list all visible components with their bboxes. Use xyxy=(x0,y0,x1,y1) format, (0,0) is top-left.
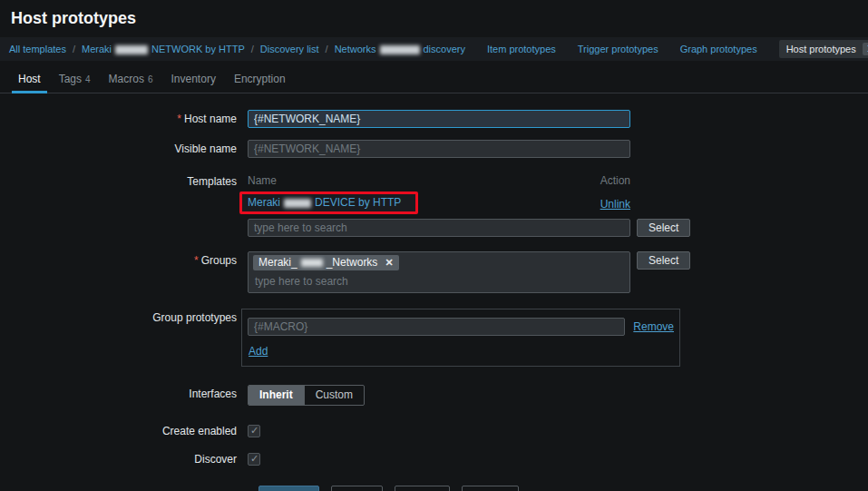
groups-field: Meraki__Networks✕ type here to search Se… xyxy=(248,251,868,293)
discover-field xyxy=(248,450,868,466)
host-prototypes-page: Host prototypes All templates / MerakiNE… xyxy=(0,0,868,491)
group-prototype-row: Remove xyxy=(248,318,674,336)
templates-action-header: Action xyxy=(600,174,630,187)
row-visible-name: Visible name xyxy=(0,140,868,158)
interfaces-segmented-control: Inherit Custom xyxy=(248,385,365,406)
host-prototype-form: *Host name Visible name Templates Name A… xyxy=(0,93,868,491)
templates-select-button[interactable]: Select xyxy=(637,219,690,237)
tab-macros-count: 6 xyxy=(148,74,153,84)
breadcrumb-rule-prefix: Networks xyxy=(335,44,376,54)
group-prototypes-field: Remove Add xyxy=(248,309,868,367)
update-button[interactable]: Update xyxy=(258,486,319,491)
tab-host[interactable]: Host xyxy=(9,68,50,93)
tab-tags-label: Tags xyxy=(59,73,82,85)
nav-host-prototypes-current[interactable]: Host prototypes 1 xyxy=(779,40,868,58)
page-header: Host prototypes xyxy=(0,0,868,34)
breadcrumb-template-prefix: Meraki xyxy=(82,44,112,54)
required-asterisk: * xyxy=(177,113,181,125)
cancel-button[interactable]: Cancel xyxy=(462,486,519,491)
breadcrumb-separator: / xyxy=(73,44,75,54)
row-host-name: *Host name xyxy=(0,110,868,128)
page-title: Host prototypes xyxy=(11,9,857,28)
templates-name-header: Name xyxy=(248,174,277,187)
row-interfaces: Interfaces Inherit Custom xyxy=(0,385,868,406)
unlink-template-link[interactable]: Unlink xyxy=(600,198,630,211)
row-discover: Discover xyxy=(0,450,868,466)
group-chip-suffix: _Networks xyxy=(327,256,378,270)
linked-template-suffix: DEVICE by HTTP xyxy=(315,196,401,209)
add-group-prototype-row: Add xyxy=(248,345,674,358)
discover-label: Discover xyxy=(0,450,248,466)
form-tabs: Host Tags4 Macros6 Inventory Encryption xyxy=(0,69,868,93)
host-name-input[interactable] xyxy=(248,110,630,128)
group-prototypes-label: Group prototypes xyxy=(0,309,248,324)
tab-inventory[interactable]: Inventory xyxy=(162,68,225,93)
create-enabled-checkbox[interactable] xyxy=(248,425,260,437)
interfaces-custom-button[interactable]: Custom xyxy=(304,386,364,405)
host-name-label: *Host name xyxy=(0,110,248,125)
form-footer: Update Clone Delete Cancel xyxy=(258,486,868,491)
groups-multiselect-row: Meraki__Networks✕ type here to search Se… xyxy=(248,251,868,293)
row-create-enabled: Create enabled xyxy=(0,422,868,437)
linked-templates-table: Name Action MerakiDEVICE by HTTP Unlink xyxy=(248,172,630,211)
nav-graph-prototypes[interactable]: Graph prototypes xyxy=(680,44,757,54)
linked-template-prefix: Meraki xyxy=(248,196,280,209)
linked-template-row: MerakiDEVICE by HTTP Unlink xyxy=(248,197,630,211)
visible-name-input[interactable] xyxy=(248,140,630,158)
groups-label: *Groups xyxy=(0,251,248,267)
templates-field: Name Action MerakiDEVICE by HTTP Unlink … xyxy=(248,172,868,237)
breadcrumb-discovery-rule[interactable]: Networksdiscovery xyxy=(335,44,465,54)
redacted-block xyxy=(115,45,148,54)
breadcrumb-all-templates[interactable]: All templates xyxy=(9,44,66,54)
visible-name-label: Visible name xyxy=(0,140,248,155)
nav-host-prototypes-label: Host prototypes xyxy=(786,44,856,54)
remove-group-prototype-link[interactable]: Remove xyxy=(633,320,674,333)
tab-tags-count: 4 xyxy=(85,74,91,84)
redacted-block xyxy=(284,199,311,208)
groups-multiselect[interactable]: Meraki__Networks✕ type here to search xyxy=(248,251,630,293)
nav-trigger-prototypes[interactable]: Trigger prototypes xyxy=(578,44,658,54)
breadcrumb-rule-suffix: discovery xyxy=(424,44,465,54)
row-group-prototypes: Group prototypes Remove Add xyxy=(0,309,868,367)
delete-button[interactable]: Delete xyxy=(395,486,450,491)
interfaces-inherit-button[interactable]: Inherit xyxy=(249,386,304,405)
breadcrumb-template-suffix: NETWORK by HTTP xyxy=(151,44,245,54)
breadcrumb-separator: / xyxy=(251,44,254,54)
linked-template-link[interactable]: MerakiDEVICE by HTTP xyxy=(248,196,401,209)
row-templates: Templates Name Action MerakiDEVICE by HT… xyxy=(0,172,868,237)
red-annotation-box: MerakiDEVICE by HTTP xyxy=(239,191,418,214)
group-chip-prefix: Meraki_ xyxy=(258,256,297,270)
breadcrumb: All templates / MerakiNETWORK by HTTP / … xyxy=(0,37,868,61)
tab-encryption[interactable]: Encryption xyxy=(225,68,295,93)
create-enabled-field xyxy=(248,422,868,437)
redacted-block xyxy=(380,45,420,54)
templates-search-row: Select xyxy=(248,219,868,237)
groups-select-button[interactable]: Select xyxy=(637,251,690,270)
host-prototypes-count-badge: 1 xyxy=(863,43,868,55)
breadcrumb-discovery-list[interactable]: Discovery list xyxy=(260,44,319,54)
group-prototypes-box: Remove Add xyxy=(241,309,680,367)
interfaces-field: Inherit Custom xyxy=(248,385,868,406)
tab-macros[interactable]: Macros6 xyxy=(100,68,162,93)
host-name-label-text: Host name xyxy=(184,113,237,125)
breadcrumb-template-link[interactable]: MerakiNETWORK by HTTP xyxy=(82,44,245,54)
tab-macros-label: Macros xyxy=(109,73,144,85)
clone-button[interactable]: Clone xyxy=(331,486,383,491)
breadcrumb-separator: / xyxy=(326,44,328,54)
groups-label-text: Groups xyxy=(201,254,237,267)
interfaces-label: Interfaces xyxy=(0,385,248,400)
templates-search-input[interactable] xyxy=(248,219,630,237)
groups-search-placeholder[interactable]: type here to search xyxy=(253,275,625,288)
row-groups: *Groups Meraki__Networks✕ type here to s… xyxy=(0,251,868,293)
create-enabled-label: Create enabled xyxy=(0,422,248,437)
visible-name-field xyxy=(248,140,868,158)
add-group-prototype-link[interactable]: Add xyxy=(249,345,268,358)
group-prototype-input[interactable] xyxy=(248,318,625,336)
tab-tags[interactable]: Tags4 xyxy=(50,68,100,93)
remove-chip-icon[interactable]: ✕ xyxy=(385,256,393,270)
redacted-block xyxy=(301,259,323,267)
linked-templates-header: Name Action xyxy=(248,172,630,187)
discover-checkbox[interactable] xyxy=(248,453,260,466)
templates-label: Templates xyxy=(0,172,248,188)
nav-item-prototypes[interactable]: Item prototypes xyxy=(487,44,556,54)
